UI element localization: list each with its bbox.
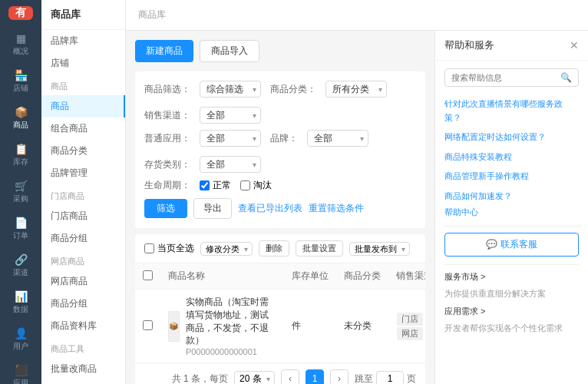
row-checkbox[interactable] — [143, 320, 153, 330]
content-area: 新建商品 商品导入 商品筛选： 综合筛选 商品分类： — [126, 31, 588, 384]
modify-category-select[interactable]: 修改分类 — [200, 242, 253, 256]
prev-page-btn[interactable]: ‹ — [281, 369, 299, 384]
delete-button[interactable]: 删除 — [259, 240, 289, 257]
export-button[interactable]: 导出 — [193, 198, 232, 219]
nav-item-batch-modify[interactable]: 批量改商品 — [41, 358, 125, 380]
sidebar-item-data[interactable]: 📊 数据 — [0, 284, 41, 321]
store-icon: 🏪 — [15, 69, 28, 81]
help-search-icon: 🔍 — [560, 72, 572, 83]
lifecycle-normal-checkbox[interactable]: 正常 — [200, 179, 231, 192]
nav-group-product: 商品 商品 组合商品 商品分类 品牌管理 — [41, 74, 125, 184]
sidebar-item-order[interactable]: 📄 订单 — [0, 210, 41, 247]
view-exported-link[interactable]: 查看已导出列表 — [238, 202, 302, 215]
stock-type-label: 存货类别： — [144, 158, 190, 171]
batch-publish-select[interactable]: 批量发布到 — [349, 242, 410, 256]
td-stock-unit: 件 — [284, 290, 336, 363]
modify-category-wrap: 修改分类 — [200, 242, 253, 256]
nav-item-product-library[interactable]: 商品资料库 — [41, 315, 125, 337]
help-search-input[interactable] — [451, 73, 557, 82]
channel-tag-online: 网店 — [397, 327, 423, 340]
nav-item-store[interactable]: 店铺 — [41, 52, 125, 74]
purchase-icon: 🛒 — [15, 180, 28, 192]
nav-item-batch-price[interactable]: 批量改价 — [41, 380, 125, 384]
per-page-select[interactable]: 20 条 — [234, 371, 275, 384]
nav-item-store-product[interactable]: 门店商品 — [41, 205, 125, 227]
topbar: 商品库 — [126, 0, 588, 31]
order-icon: 📄 — [15, 217, 28, 229]
reset-conditions-link[interactable]: 重置筛选条件 — [309, 202, 364, 215]
category-select[interactable]: 所有分类 — [325, 81, 387, 98]
next-page-btn[interactable]: › — [330, 369, 349, 384]
sidebar-item-product[interactable]: 📦 商品 — [0, 100, 41, 137]
brand-select[interactable]: 全部 — [307, 130, 368, 147]
product-filter-select[interactable]: 综合筛选 — [200, 81, 261, 98]
nav-item-product[interactable]: 商品 — [41, 95, 125, 118]
help-item-4[interactable]: 商品如何加速发？ — [444, 187, 579, 207]
nav-item-combo[interactable]: 组合商品 — [41, 118, 125, 140]
import-product-button[interactable]: 商品导入 — [200, 40, 259, 62]
table-header-row: 商品名称 库存单位 商品分类 销售渠道 生命周期● 创建时间 ↕ 操作 — [135, 263, 425, 290]
nav-item-store-group[interactable]: 商品分组 — [41, 227, 125, 250]
sidebar-item-inventory[interactable]: 📋 库存 — [0, 137, 41, 174]
recommend-select[interactable]: 全部 — [200, 130, 261, 147]
close-panel-icon[interactable]: ✕ — [570, 39, 579, 51]
product-cell: 📦 实物商品（淘宝时需填写货物地址，测试商品，不发货，不退款） P0000000… — [168, 296, 276, 356]
select-all-input[interactable] — [144, 243, 154, 253]
sidebar-bottom: ⬛ 应用 💰 收钱 ⚙ 设置 🔍 💬 — [0, 358, 45, 384]
app-logo: 有 — [8, 6, 33, 20]
td-product-name: 📦 实物商品（淘宝时需填写货物地址，测试商品，不发货，不退款） P0000000… — [160, 290, 284, 363]
th-checkbox — [135, 263, 160, 290]
help-search-box[interactable]: 🔍 — [444, 68, 579, 87]
sidebar-item-store[interactable]: 🏪 店铺 — [0, 63, 41, 100]
help-center-link[interactable]: 帮助中心 — [444, 207, 478, 217]
help-item-0[interactable]: 针对此次直播情景有哪些服务政策？ — [444, 94, 579, 127]
product-sku: P00000000000001 — [186, 347, 276, 356]
help-item-3[interactable]: 商品管理新手操作教程 — [444, 167, 579, 187]
sidebar-inventory-label: 库存 — [13, 157, 28, 167]
page-1-btn[interactable]: 1 — [306, 369, 324, 384]
pagination: 共 1 条，每页 20 条 ‹ 1 › 跳至 页 — [135, 363, 425, 384]
stock-wrap: 全部 — [200, 156, 261, 173]
nav-group-store-product-title: 门店商品 — [41, 184, 125, 205]
help-item-2[interactable]: 商品特殊安装教程 — [444, 147, 579, 167]
batch-set-button[interactable]: 批量设置 — [296, 240, 343, 257]
nav-sidebar: 商品库 品牌库 店铺 商品 商品 组合商品 商品分类 品牌管理 门店商品 门店商… — [41, 0, 126, 384]
lifecycle-retire-checkbox[interactable]: 淘汰 — [240, 179, 272, 192]
lifecycle-normal-input[interactable] — [200, 180, 210, 190]
stock-select[interactable]: 全部 — [200, 156, 261, 173]
th-category: 商品分类 — [336, 263, 388, 290]
nav-group-product-title: 商品 — [41, 74, 125, 95]
data-icon: 📊 — [15, 290, 28, 303]
nav-item-brandlib[interactable]: 品牌库 — [41, 30, 125, 52]
select-all-checkbox[interactable]: 当页全选 — [144, 242, 194, 255]
product-content: 新建商品 商品导入 商品筛选： 综合筛选 商品分类： — [126, 31, 434, 384]
page-jump-input[interactable] — [376, 371, 404, 384]
lifecycle-label: 生命周期： — [144, 179, 190, 192]
sidebar-item-purchase[interactable]: 🛒 采购 — [0, 174, 41, 210]
contact-service-button[interactable]: 💬 联系客服 — [444, 233, 579, 257]
nav-item-online-product[interactable]: 网店商品 — [41, 270, 125, 293]
sidebar-item-app[interactable]: ⬛ 应用 — [0, 358, 45, 384]
dev-demand-title[interactable]: 应用需求 > — [444, 306, 579, 317]
help-section: 针对此次直播情景有哪些服务政策？ 网络配置定时达如何设置？ 商品特殊安装教程 商… — [444, 94, 579, 218]
lifecycle-retire-input[interactable] — [240, 180, 250, 190]
create-product-button[interactable]: 新建商品 — [135, 40, 193, 62]
right-panel-title: 帮助和服务 — [444, 38, 494, 52]
channel-select[interactable]: 全部 — [200, 107, 261, 124]
category-label: 商品分类： — [270, 83, 316, 96]
nav-item-category[interactable]: 商品分类 — [41, 140, 125, 162]
sidebar-item-channel[interactable]: 🔗 渠道 — [0, 247, 41, 284]
channel-tags: 门店 网店 — [396, 312, 425, 341]
nav-group-tools-title: 商品工具 — [41, 337, 125, 358]
sidebar-item-overview[interactable]: ▦ 概况 — [0, 26, 41, 63]
table-row: 📦 实物商品（淘宝时需填写货物地址，测试商品，不发货，不退款） P0000000… — [135, 290, 425, 363]
search-button[interactable]: 筛选 — [144, 199, 187, 218]
help-item-1[interactable]: 网络配置定时达如何设置？ — [444, 127, 579, 147]
nav-item-online-group[interactable]: 商品分组 — [41, 293, 125, 315]
service-market-title[interactable]: 服务市场 > — [444, 271, 579, 283]
sidebar-item-user[interactable]: 👤 用户 — [0, 321, 41, 358]
sidebar-store-label: 店铺 — [13, 83, 28, 94]
sidebar-order-label: 订单 — [13, 230, 28, 241]
nav-item-brand[interactable]: 品牌管理 — [41, 162, 125, 184]
header-checkbox[interactable] — [143, 270, 153, 280]
